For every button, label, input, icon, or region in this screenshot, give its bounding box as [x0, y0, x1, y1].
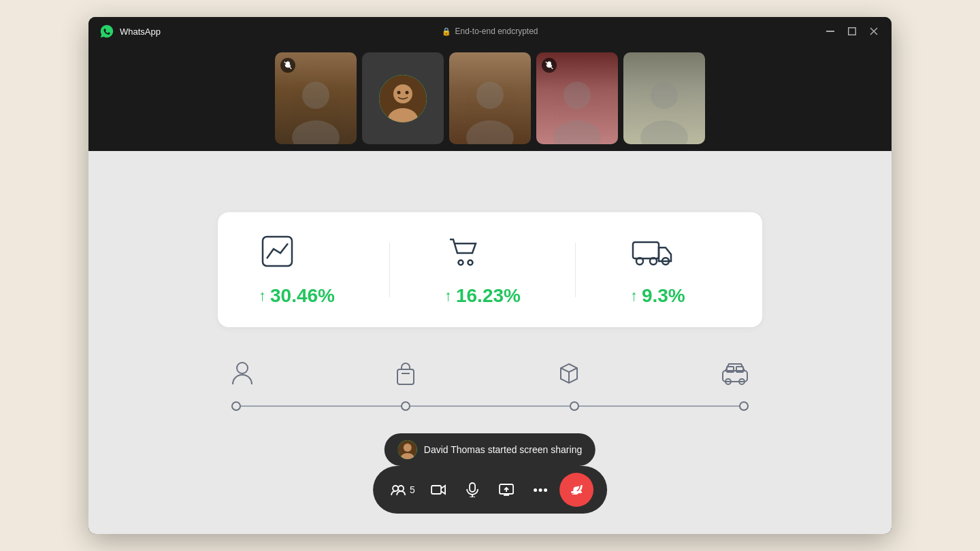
participant-tile-4[interactable] — [536, 52, 618, 144]
cart-icon — [444, 233, 482, 273]
timeline-icon-car — [721, 361, 749, 386]
svg-point-16 — [458, 261, 463, 265]
window-controls — [823, 24, 881, 38]
timeline-dot-1 — [231, 401, 241, 411]
svg-point-9 — [476, 82, 504, 109]
whatsapp-icon — [99, 24, 114, 39]
svg-rect-1 — [849, 28, 856, 35]
screen-share-area: ↑ 30.46% ↑ 16.23% — [88, 151, 892, 534]
mute-badge-4 — [542, 58, 557, 73]
stat-divider-1 — [389, 243, 390, 297]
timeline-dots — [231, 401, 749, 411]
toast-avatar — [398, 440, 417, 459]
svg-rect-35 — [470, 483, 475, 492]
timeline-icon-bag — [395, 361, 416, 386]
timeline-dot-3 — [570, 401, 579, 411]
timeline-dot-2 — [401, 401, 410, 411]
svg-point-7 — [397, 90, 401, 94]
participant-tile-1[interactable] — [275, 52, 357, 144]
svg-point-42 — [544, 488, 547, 492]
app-title: WhatsApp — [120, 27, 161, 37]
timeline-icon-person — [231, 361, 253, 386]
stat-value-1: ↑ 30.46% — [259, 285, 335, 307]
minimize-button[interactable] — [823, 28, 837, 35]
stat-item-1: ↑ 30.46% — [259, 233, 335, 307]
svg-rect-0 — [826, 31, 834, 32]
video-button[interactable] — [423, 475, 453, 505]
svg-rect-23 — [397, 369, 414, 384]
screen-share-notification: David Thomas started screen sharing — [385, 433, 595, 466]
participant-tile-3[interactable] — [449, 52, 531, 144]
david-thomas-avatar — [379, 75, 427, 122]
maximize-button[interactable] — [845, 24, 859, 38]
participants-icon — [391, 484, 406, 496]
participant-tile-2[interactable] — [362, 52, 444, 144]
more-options-button[interactable] — [525, 475, 555, 505]
participants-count: 5 — [410, 484, 415, 495]
svg-point-40 — [534, 488, 537, 492]
lock-icon: 🔒 — [442, 27, 451, 36]
svg-point-32 — [393, 486, 398, 491]
mic-off-icon-4 — [545, 61, 553, 69]
timeline-icons — [225, 361, 755, 386]
svg-point-30 — [404, 444, 412, 452]
app-window: WhatsApp 🔒 End-to-end endcrypted — [88, 17, 892, 534]
toast-message: David Thomas started screen sharing — [424, 444, 582, 455]
chart-icon — [259, 233, 296, 273]
mic-off-icon — [284, 61, 292, 69]
svg-point-8 — [406, 90, 409, 94]
svg-point-13 — [651, 82, 678, 109]
svg-point-22 — [237, 363, 248, 373]
video-icon — [431, 484, 446, 496]
participants-strip — [88, 46, 892, 151]
stat-divider-2 — [575, 243, 576, 297]
end-call-button[interactable] — [559, 473, 593, 507]
timeline-line — [225, 399, 755, 413]
mute-badge-1 — [280, 58, 295, 73]
titlebar: WhatsApp 🔒 End-to-end endcrypted — [88, 17, 892, 46]
more-icon — [534, 488, 547, 492]
participant-tile-5[interactable] — [623, 52, 705, 144]
call-controls-bar: 5 — [373, 466, 607, 514]
stat-arrow-3: ↑ — [630, 287, 638, 305]
stat-item-3: ↑ 9.3% — [630, 233, 685, 307]
svg-point-41 — [538, 488, 542, 492]
encryption-badge: 🔒 End-to-end endcrypted — [442, 27, 538, 36]
svg-point-12 — [553, 120, 601, 144]
svg-rect-34 — [431, 486, 441, 494]
stat-value-3: ↑ 9.3% — [630, 285, 685, 307]
timeline-section — [225, 361, 755, 413]
stat-value-2: ↑ 16.23% — [444, 285, 521, 307]
mic-icon — [466, 482, 478, 497]
svg-rect-18 — [633, 242, 659, 258]
stat-arrow-2: ↑ — [444, 287, 452, 305]
stat-item-2: ↑ 16.23% — [444, 233, 521, 307]
screen-share-icon — [499, 484, 514, 496]
truck-icon — [630, 233, 674, 273]
stats-card: ↑ 30.46% ↑ 16.23% — [218, 212, 762, 327]
svg-point-17 — [468, 261, 472, 265]
close-button[interactable] — [867, 24, 881, 38]
screen-share-button[interactable] — [491, 475, 521, 505]
svg-point-11 — [564, 82, 591, 109]
stat-arrow-1: ↑ — [259, 287, 266, 305]
mic-button[interactable] — [457, 475, 487, 505]
svg-rect-43 — [571, 491, 582, 493]
participants-button[interactable]: 5 — [387, 484, 419, 496]
svg-point-33 — [398, 486, 404, 491]
svg-point-10 — [466, 120, 514, 144]
svg-point-14 — [640, 120, 688, 144]
svg-point-5 — [393, 84, 412, 103]
encryption-label: End-to-end endcrypted — [455, 27, 538, 36]
app-logo: WhatsApp — [99, 24, 161, 39]
timeline-icon-box — [558, 361, 580, 386]
end-call-icon — [568, 485, 585, 495]
timeline-dot-4 — [739, 401, 749, 411]
